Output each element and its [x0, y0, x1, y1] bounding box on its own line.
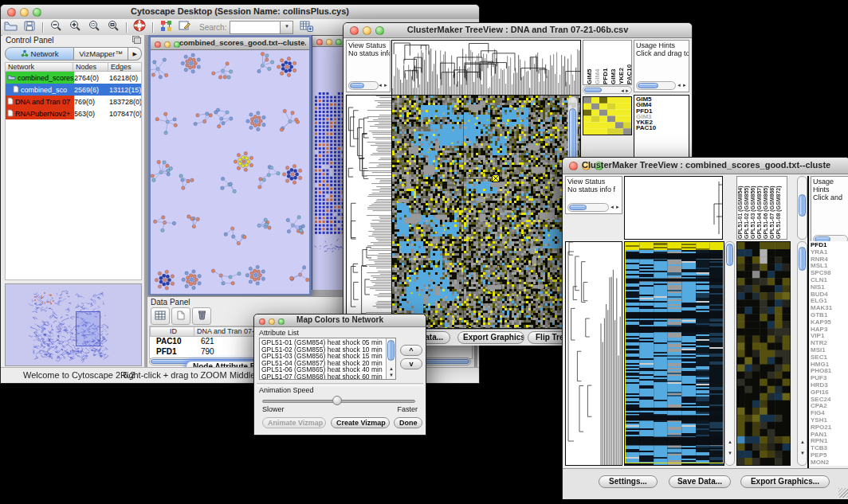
export-graphics-button[interactable]: Export Graphics...: [740, 475, 830, 488]
scroll-right-icon[interactable]: ►: [383, 83, 388, 88]
scrollbar-thumb[interactable]: [350, 83, 364, 88]
column-header-id[interactable]: ID: [150, 326, 194, 337]
close-button[interactable]: [569, 162, 578, 170]
tv1-heatmap[interactable]: [392, 96, 580, 328]
attribute-list-item[interactable]: GPL51-01 (GSM854) heat shock 05 min: [261, 339, 385, 346]
tv1-usage-hscrollbar[interactable]: [636, 81, 676, 90]
scroll-up-icon[interactable]: ▲: [389, 366, 394, 371]
scroll-right-icon[interactable]: ►: [615, 205, 620, 209]
scrollbar-thumb[interactable]: [569, 205, 587, 210]
create-attribute-button[interactable]: [171, 307, 190, 325]
scrollbar-thumb[interactable]: [387, 340, 395, 361]
create-vizmap-button[interactable]: Create Vizmap: [331, 417, 390, 428]
network-view-frame[interactable]: combined_scores_good.txt--cluste...: [148, 35, 312, 295]
scroll-down-icon[interactable]: ▼: [728, 451, 732, 455]
zoom-button[interactable]: [336, 39, 342, 45]
help-button[interactable]: [130, 20, 149, 35]
close-button[interactable]: [7, 8, 16, 17]
network-row[interactable]: RNAPuberNov2+563(0)107847(0): [6, 107, 141, 119]
annotation-button[interactable]: [175, 20, 194, 35]
delete-attribute-button[interactable]: [192, 307, 211, 325]
open-session-button[interactable]: [1, 20, 20, 35]
settings-button[interactable]: Settings...: [599, 475, 658, 488]
network-edges: 16218(0): [109, 74, 141, 82]
scroll-left-icon[interactable]: ◄: [378, 83, 383, 88]
tv1-zoom-view[interactable]: [583, 97, 631, 135]
minimize-button[interactable]: [164, 41, 171, 48]
main-titlebar[interactable]: Cytoscape Desktop (Session Name: collins…: [1, 5, 479, 20]
tv2-collabel-vscrollbar[interactable]: [797, 176, 807, 240]
done-button[interactable]: Done: [394, 417, 422, 428]
column-header-edges[interactable]: Edges: [108, 62, 142, 72]
zoom-fit-button[interactable]: [104, 20, 123, 35]
tv1-row-dendrogram[interactable]: [347, 96, 391, 328]
zoom-selected-button[interactable]: [84, 20, 104, 35]
close-button[interactable]: [155, 41, 161, 48]
minimize-button[interactable]: [326, 39, 332, 45]
save-data-button[interactable]: Save Data...: [669, 475, 731, 488]
treeview2-titlebar[interactable]: ClusterMaker TreeView : combined_scores_…: [563, 158, 848, 174]
scroll-left-icon[interactable]: ◄: [677, 83, 681, 88]
tv2-zoomview-vscrollbar[interactable]: ▲ ▼: [797, 241, 807, 466]
export-graphics-button[interactable]: Export Graphics...: [457, 331, 524, 344]
scrollbar-thumb[interactable]: [638, 83, 658, 88]
treeview1-titlebar[interactable]: ClusterMaker TreeView : DNA and Tran 07-…: [344, 23, 692, 38]
tv1-column-dendrogram[interactable]: [392, 41, 580, 95]
slider-thumb[interactable]: [332, 396, 342, 405]
birds-eye-view[interactable]: [5, 283, 142, 366]
network-row[interactable]: combined_sco2569(6)13112(15): [6, 84, 141, 96]
tv2-heatmap-vscrollbar[interactable]: ▲ ▼: [724, 241, 735, 466]
scrollbar-thumb[interactable]: [726, 244, 733, 266]
search-input[interactable]: [230, 21, 281, 34]
float-panel-icon[interactable]: [132, 36, 141, 45]
attribute-listbox[interactable]: GPL51-01 (GSM854) heat shock 05 minGPL51…: [259, 338, 396, 380]
network-frame-titlebar[interactable]: combined_scores_good.txt--cluste...: [151, 37, 309, 50]
scroll-right-icon[interactable]: ►: [682, 83, 687, 88]
select-attributes-button[interactable]: [151, 307, 170, 325]
save-session-button[interactable]: [20, 20, 39, 35]
tv1-status-hscrollbar[interactable]: [348, 81, 379, 90]
network-row[interactable]: DNA and Tran 07769(0)183728(0): [6, 96, 141, 107]
tab-overflow-button[interactable]: ▶: [128, 47, 142, 61]
tv2-status-hscrollbar[interactable]: [567, 203, 609, 212]
move-attribute-down-button[interactable]: v: [400, 358, 422, 369]
scrollbar-thumb[interactable]: [584, 88, 602, 92]
animate-vizmap-button[interactable]: Animate Vizmap: [262, 417, 326, 428]
close-button[interactable]: [316, 39, 323, 45]
tv2-column-dendrogram[interactable]: [625, 177, 722, 239]
tv1-collabel-hscrollbar[interactable]: ◄ ►: [583, 86, 632, 94]
attribute-list-item[interactable]: GPL51-04 (GSM857) heat shock 20 min: [261, 360, 385, 367]
move-attribute-up-button[interactable]: ^: [400, 345, 422, 356]
close-button[interactable]: [350, 26, 359, 35]
scroll-up-icon[interactable]: ▲: [800, 440, 805, 444]
search-dropdown-button[interactable]: ▼: [281, 21, 293, 34]
import-table-button[interactable]: [296, 20, 316, 35]
tv2-heatmap[interactable]: [625, 242, 724, 465]
scrollbar-thumb[interactable]: [799, 247, 806, 271]
attribute-list-item[interactable]: GPL51-02 (GSM855) heat shock 10 min: [261, 346, 385, 354]
column-header-nodes[interactable]: Nodes: [73, 62, 108, 72]
scroll-right-icon[interactable]: ►: [625, 88, 630, 93]
column-header-network[interactable]: Network: [5, 62, 73, 72]
tv2-zoom-view[interactable]: [737, 242, 790, 465]
scrollbar-thumb[interactable]: [799, 194, 806, 217]
zoom-in-button[interactable]: [65, 20, 84, 35]
network-canvas[interactable]: [151, 50, 309, 294]
tab-network[interactable]: Network: [5, 47, 74, 61]
attribute-list-item[interactable]: GPL51-07 (GSM868) heat shock 60 min: [261, 373, 385, 380]
scroll-down-icon[interactable]: ▼: [389, 373, 394, 377]
close-button[interactable]: [259, 318, 265, 325]
dialog-titlebar[interactable]: Map Colors to Network: [254, 315, 426, 327]
attribute-list-item[interactable]: GPL51-03 (GSM856) heat shock 15 min: [261, 353, 385, 360]
attribute-list-item[interactable]: GPL51-06 (GSM865) heat shock 40 min: [261, 366, 385, 373]
tv2-row-dendrogram[interactable]: [566, 242, 622, 465]
resize-grip[interactable]: [838, 488, 848, 498]
network-row[interactable]: combined_scores_2764(0)16218(0): [6, 72, 141, 84]
vizmapper-button[interactable]: [156, 20, 175, 35]
scroll-down-icon[interactable]: ▼: [800, 451, 805, 455]
tab-vizmapper[interactable]: VizMapper™: [74, 47, 128, 61]
scroll-up-icon[interactable]: ▲: [728, 440, 732, 444]
scroll-left-icon[interactable]: ◄: [610, 205, 614, 209]
attribute-list-vscrollbar[interactable]: ▲ ▼: [386, 338, 395, 379]
zoom-out-button[interactable]: [46, 20, 65, 35]
